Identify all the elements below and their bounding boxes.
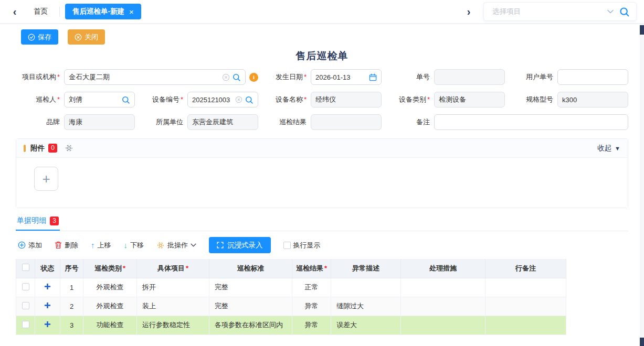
add-button[interactable]: 添加 bbox=[18, 241, 42, 250]
tab-home[interactable]: 首页 bbox=[22, 7, 59, 16]
project-input[interactable] bbox=[64, 69, 246, 85]
move-up-label: 上移 bbox=[98, 241, 111, 250]
gear-icon[interactable] bbox=[65, 144, 73, 153]
add-row-icon[interactable] bbox=[44, 302, 51, 309]
row-remark-cell[interactable] bbox=[485, 297, 566, 316]
col-row-remark: 行备注 bbox=[485, 259, 566, 278]
select-all-checkbox[interactable] bbox=[22, 264, 29, 271]
top-tab-bar: ‹ 首页 售后巡检单-新建 × › 选择项目 bbox=[0, 0, 644, 24]
upload-button[interactable]: + bbox=[34, 167, 58, 191]
scrollbar-thumb[interactable] bbox=[640, 25, 644, 35]
category-cell[interactable]: 外观检查 bbox=[83, 297, 137, 316]
result-cell[interactable]: 正常 bbox=[292, 278, 331, 297]
arrow-down-icon: ↓ bbox=[124, 241, 128, 250]
batch-operations-button[interactable]: 批操作 bbox=[156, 241, 196, 250]
row-checkbox[interactable] bbox=[22, 283, 29, 290]
immersive-entry-button[interactable]: 沉浸式录入 bbox=[209, 237, 271, 253]
scrollbar-track[interactable] bbox=[640, 24, 644, 346]
tab-close-icon[interactable]: × bbox=[129, 7, 134, 16]
move-up-button[interactable]: ↑ 上移 bbox=[91, 241, 111, 250]
remark-input[interactable] bbox=[434, 114, 628, 130]
date-input[interactable] bbox=[311, 69, 382, 85]
table-row[interactable]: 2外观检查装上完整异常缝隙过大 bbox=[16, 297, 566, 316]
date-input-field[interactable] bbox=[315, 73, 367, 81]
row-checkbox[interactable] bbox=[22, 302, 29, 309]
delete-button[interactable]: 删除 bbox=[55, 241, 78, 250]
clear-icon[interactable] bbox=[222, 73, 230, 81]
category-cell[interactable]: 外观检查 bbox=[83, 278, 137, 297]
col-category: 巡检类别* bbox=[83, 259, 137, 278]
item-cell[interactable]: 运行参数稳定性 bbox=[137, 316, 209, 334]
add-row-icon[interactable] bbox=[44, 283, 51, 290]
wrap-display-toggle[interactable]: 换行显示 bbox=[283, 241, 321, 250]
device-no-input-field[interactable] bbox=[192, 96, 233, 104]
move-down-label: 下移 bbox=[130, 241, 144, 250]
scrollbar-bottom-thumb[interactable] bbox=[640, 338, 644, 346]
user-order-no-input[interactable] bbox=[557, 69, 628, 85]
standard-cell[interactable]: 完整 bbox=[209, 297, 292, 316]
select-all-cell bbox=[16, 259, 35, 278]
item-cell[interactable]: 装上 bbox=[137, 297, 209, 316]
table-row[interactable]: 1外观检查拆开完整正常 bbox=[16, 278, 566, 297]
x-circle-icon bbox=[75, 34, 82, 41]
table-row[interactable]: 3功能检查运行参数稳定性各项参数在标准区间内异常误差大 bbox=[16, 316, 566, 334]
search-icon[interactable] bbox=[121, 95, 130, 104]
tab-detail[interactable]: 单据明细 3 bbox=[16, 216, 60, 231]
back-chevron-icon[interactable]: ‹ bbox=[7, 4, 22, 19]
abnormal-cell[interactable]: 缝隙过大 bbox=[331, 297, 401, 316]
row-select-cell[interactable] bbox=[16, 316, 35, 334]
standard-cell[interactable]: 各项参数在标准区间内 bbox=[209, 316, 292, 334]
clear-icon[interactable] bbox=[235, 96, 242, 103]
detail-table: 状态 序号 巡检类别* 具体项目* 巡检标准 巡检结果* 异常描述 处理措施 行… bbox=[16, 259, 566, 335]
add-row-icon[interactable] bbox=[44, 321, 51, 328]
row-checkbox[interactable] bbox=[22, 321, 29, 328]
row-status-cell[interactable] bbox=[35, 278, 60, 297]
treatment-cell[interactable] bbox=[401, 278, 485, 297]
spec-model-label: 规格型号 bbox=[509, 95, 553, 104]
device-category-label: 设备类别* bbox=[386, 95, 430, 104]
tab-separator bbox=[59, 7, 60, 16]
tab-active-label: 售后巡检单-新建 bbox=[72, 7, 124, 16]
result-cell[interactable]: 异常 bbox=[292, 316, 331, 334]
inspector-input-field[interactable] bbox=[69, 96, 119, 104]
calendar-icon[interactable] bbox=[369, 73, 377, 81]
move-down-button[interactable]: ↓ 下移 bbox=[124, 241, 144, 250]
row-status-cell[interactable] bbox=[35, 297, 60, 316]
seq-cell[interactable]: 2 bbox=[60, 297, 83, 316]
attachments-panel: 附件 0 收起 ▼ + bbox=[16, 138, 628, 208]
row-select-cell[interactable] bbox=[16, 297, 35, 316]
device-no-input[interactable] bbox=[187, 92, 258, 107]
standard-cell[interactable]: 完整 bbox=[209, 278, 292, 297]
seq-cell[interactable]: 3 bbox=[60, 316, 83, 334]
item-cell[interactable]: 拆开 bbox=[137, 278, 209, 297]
search-icon[interactable] bbox=[245, 95, 254, 104]
category-cell[interactable]: 功能检查 bbox=[83, 316, 137, 334]
tab-active-inspection-form[interactable]: 售后巡检单-新建 × bbox=[65, 4, 141, 19]
chevron-down-icon[interactable] bbox=[607, 9, 614, 14]
inspector-input[interactable] bbox=[64, 92, 135, 107]
abnormal-cell[interactable] bbox=[331, 278, 401, 297]
seq-cell[interactable]: 1 bbox=[60, 278, 83, 297]
project-select[interactable]: 选择项目 bbox=[483, 2, 637, 21]
user-order-no-input-field[interactable] bbox=[562, 73, 624, 81]
info-icon[interactable]: i bbox=[249, 73, 258, 82]
row-remark-cell[interactable] bbox=[485, 278, 566, 297]
abnormal-cell[interactable]: 误差大 bbox=[331, 316, 401, 334]
result-cell[interactable]: 异常 bbox=[292, 297, 331, 316]
close-button[interactable]: 关闭 bbox=[68, 29, 105, 45]
search-icon[interactable] bbox=[232, 73, 241, 82]
brand-label: 品牌 bbox=[16, 117, 60, 127]
field-device-no: 设备编号* bbox=[139, 92, 258, 107]
treatment-cell[interactable] bbox=[401, 297, 485, 316]
remark-input-field[interactable] bbox=[439, 118, 624, 126]
search-icon[interactable] bbox=[619, 6, 630, 17]
forward-chevron-icon[interactable]: › bbox=[461, 4, 476, 19]
collapse-toggle[interactable]: 收起 ▼ bbox=[597, 144, 620, 153]
row-status-cell[interactable] bbox=[35, 316, 60, 334]
treatment-cell[interactable] bbox=[401, 316, 485, 334]
save-button[interactable]: 保存 bbox=[21, 29, 58, 45]
wrap-display-checkbox[interactable] bbox=[283, 242, 291, 249]
row-remark-cell[interactable] bbox=[485, 316, 566, 334]
row-select-cell[interactable] bbox=[16, 278, 35, 297]
project-input-field[interactable] bbox=[69, 73, 220, 81]
